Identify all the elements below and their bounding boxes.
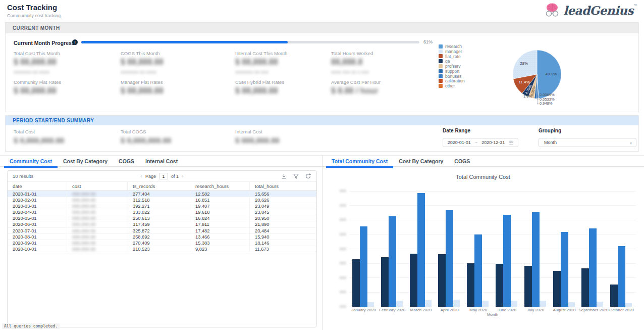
legend-label: bonuses xyxy=(445,74,461,79)
cell-total-hours: 15,940 xyxy=(250,234,316,240)
column-header-total-hours: total_hours xyxy=(250,182,316,191)
legend-swatch xyxy=(439,54,443,58)
cell-cost: 888,888.88 xyxy=(67,234,128,240)
bar-total-hours-february-2020 xyxy=(396,301,403,307)
table-row[interactable]: 2020-06-01888,888.88317,45917,91121,890 xyxy=(8,221,316,227)
left-panel-tabs: Community CostCost By CategoryCOGSIntern… xyxy=(4,156,183,168)
tab-total-community-cost[interactable]: Total Community Cost xyxy=(326,156,393,168)
cell-research-hours: 13,466 xyxy=(190,234,250,240)
stat-total-cost: Total Cost$ 8,888,888.88 xyxy=(14,129,115,145)
table-row[interactable]: 2020-09-01888,888.88270,40915,38318,146 xyxy=(8,240,316,246)
x-tick-august-2020: August 2020 xyxy=(550,308,579,312)
tab-internal-cost[interactable]: Internal Cost xyxy=(140,156,183,168)
grouping-label: Grouping xyxy=(539,128,561,133)
gridline xyxy=(349,191,636,192)
cell-date: 2020-07-01 xyxy=(8,228,67,233)
legend-label: other xyxy=(445,83,455,88)
legend-item-support[interactable]: support xyxy=(439,69,465,74)
tab-cogs[interactable]: COGS xyxy=(113,156,140,168)
table-row[interactable]: 2020-01-01888,888.88277,40412,58215,656 xyxy=(8,191,316,197)
legend-item-qa[interactable]: qa xyxy=(439,59,465,64)
filter-icon[interactable] xyxy=(293,173,299,179)
prev-page-button[interactable]: ‹ xyxy=(140,173,142,179)
cell-cost: 888,888.88 xyxy=(67,246,128,252)
cell-cost: 888,888.88 xyxy=(67,240,128,246)
stat-average-cost-per-hour: Average Cost Per Hour$ 8.88 / hour xyxy=(331,79,432,96)
pie-svg: 49.1%1.6%4.06%4.79%11.4%28%0.0069%0.0533… xyxy=(435,42,639,111)
table-row[interactable]: 2020-08-01888,888.88258,69213,46615,940 xyxy=(8,234,316,240)
cell-research-hours: 16,851 xyxy=(190,197,250,203)
legend-label: manager xyxy=(445,49,462,54)
date-range-start[interactable]: 2020-01-01 xyxy=(448,140,471,145)
stat-value-redacted: $ 8,888,888.88 xyxy=(14,136,115,145)
stat-community-flat-rates: Community Flat Rates$ 88,888.88 xyxy=(14,79,115,96)
page-subtitle: Commumnity cost tracking. xyxy=(7,13,62,18)
table-row[interactable]: 2020-04-01888,888.88333,02219,61823,845 xyxy=(8,209,316,215)
cell-date: 2020-06-01 xyxy=(8,221,67,227)
table-row[interactable]: 2020-07-01888,888.88325,87217,48220,484 xyxy=(8,228,316,234)
cell-total-hours: 20,626 xyxy=(250,197,316,203)
cell-total-hours: 23,845 xyxy=(250,209,316,215)
legend-swatch xyxy=(439,50,443,54)
cell-date: 2020-01-01 xyxy=(8,191,67,197)
cell-cost: 888,888.88 xyxy=(67,215,128,221)
stat-value-redacted: $ 88,888.88 xyxy=(121,86,222,96)
legend-swatch xyxy=(439,44,443,49)
cell-date: 2020-10-01 xyxy=(8,246,67,252)
date-range-end[interactable]: 2020-12-31 xyxy=(481,140,505,145)
stat-total-cogs: Total COGS$ 8,888,888.88 xyxy=(121,129,222,145)
bar-cost-july-2020 xyxy=(524,266,532,307)
legend-swatch xyxy=(439,74,443,78)
bar-cost-march-2020 xyxy=(410,254,417,307)
legend-item-profserv[interactable]: profserv xyxy=(439,64,465,69)
cell-research-hours: 17,482 xyxy=(190,228,250,233)
date-range-input[interactable]: 2020-01-01 ~ 2020-12-31 xyxy=(443,138,518,147)
refresh-icon[interactable] xyxy=(305,173,311,179)
tab-cogs[interactable]: COGS xyxy=(449,156,475,168)
trademark-symbol: ™ xyxy=(633,4,637,7)
stat-internal-cost: Internal Cost$ 888,888.88 xyxy=(235,129,336,145)
bar-total-hours-march-2020 xyxy=(425,300,432,307)
cell-total-hours: 20,950 xyxy=(250,215,316,221)
legend-item-calibration[interactable]: calibration xyxy=(439,79,465,84)
legend-item-other[interactable]: other xyxy=(439,83,465,88)
x-tick-october-2020: October 2020 xyxy=(607,308,636,312)
legend-item-manager[interactable]: manager xyxy=(439,49,465,54)
grouping-select[interactable]: Month ▾ xyxy=(539,138,636,147)
y-tick-label-redacted: 888 xyxy=(329,290,346,294)
table-toolbar: 10 results ‹ Page of 1 › xyxy=(8,171,316,182)
legend-item-flat-rate[interactable]: flat_rate xyxy=(439,54,465,59)
page-input[interactable] xyxy=(159,173,168,179)
stat-value-redacted: $ 888,888.88 xyxy=(235,136,336,145)
pie-legend: researchmanagerflat_rateqaprofservsuppor… xyxy=(439,44,465,88)
bar-total-hours-january-2020 xyxy=(367,302,374,307)
bar-cost-october-2020 xyxy=(610,285,618,307)
x-tick-february-2020: February 2020 xyxy=(378,308,407,312)
tab-cost-by-category[interactable]: Cost By Category xyxy=(393,156,449,168)
next-page-button[interactable]: › xyxy=(182,173,184,179)
legend-item-bonuses[interactable]: bonuses xyxy=(439,74,465,79)
legend-label: profserv xyxy=(445,64,461,69)
bar-total-hours-may-2020 xyxy=(482,301,489,307)
table-row[interactable]: 2020-05-01888,888.88250,61316,82420,950 xyxy=(8,215,316,221)
column-header-ts-records: ts_records xyxy=(128,182,190,191)
cell-research-hours: 15,383 xyxy=(190,240,250,246)
column-header-date: date xyxy=(8,182,67,191)
table-row[interactable]: 2020-03-01888,888.88392,27119,40723,049 xyxy=(8,203,316,209)
table-row[interactable]: 2020-10-01888,888.88210,5239,82311,673 xyxy=(8,246,316,252)
cell-cost: 888,888.88 xyxy=(67,191,128,197)
legend-item-research[interactable]: research xyxy=(439,44,465,49)
y-tick-label-redacted: 888 xyxy=(329,188,346,193)
cell-cost: 888,888.88 xyxy=(67,228,128,233)
bar-cost-may-2020 xyxy=(467,263,474,307)
download-icon[interactable] xyxy=(281,173,287,179)
table-row[interactable]: 2020-02-01888,888.88312,51816,85120,626 xyxy=(8,197,316,203)
tab-cost-by-category[interactable]: Cost By Category xyxy=(58,156,113,168)
cost-breakdown-pie-chart: researchmanagerflat_rateqaprofservsuppor… xyxy=(435,42,639,111)
tab-community-cost[interactable]: Community Cost xyxy=(4,156,58,168)
x-tick-may-2020: May 2020 xyxy=(464,308,493,312)
stat-label: Manager Flat Rates xyxy=(121,79,222,85)
cell-total-hours: 20,484 xyxy=(250,228,316,233)
bar-cost-april-2020 xyxy=(438,254,446,307)
x-tick-april-2020: April 2020 xyxy=(435,308,464,312)
